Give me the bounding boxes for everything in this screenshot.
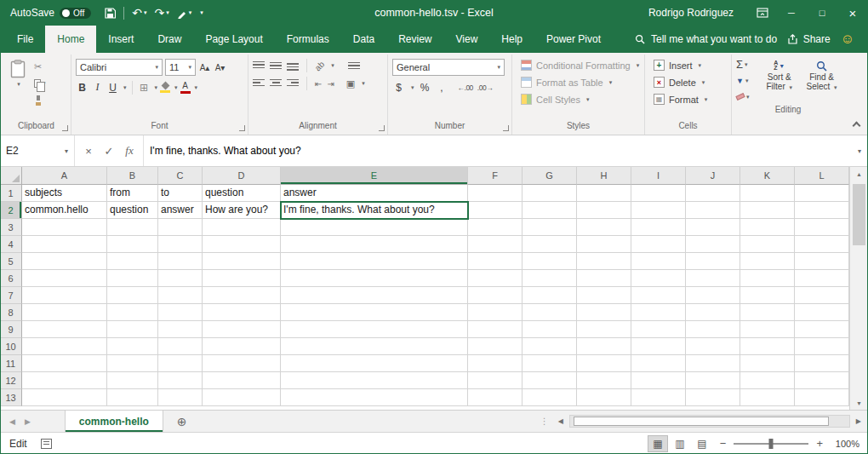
sort-filter-button[interactable]: AZ▼ Sort & Filter ▾ (759, 57, 799, 104)
cell-B12[interactable] (107, 372, 158, 389)
row-header-7[interactable]: 7 (0, 287, 22, 304)
cell-G12[interactable] (523, 372, 577, 389)
cell-F3[interactable] (468, 219, 523, 236)
save-button[interactable] (105, 8, 116, 19)
cell-J10[interactable] (686, 338, 740, 355)
normal-view-button[interactable]: ▦ (648, 435, 668, 452)
cell-E6[interactable] (281, 270, 468, 287)
zoom-in-button[interactable]: + (816, 437, 823, 450)
user-name[interactable]: Rodrigo Rodriguez (648, 7, 734, 19)
sheet-nav-next-button[interactable]: ▶ (25, 417, 31, 426)
cell-J2[interactable] (686, 202, 740, 219)
borders-button[interactable]: ⊞ (138, 80, 151, 95)
accounting-format-button[interactable]: $ (392, 80, 405, 95)
decrease-indent-button[interactable]: ⇤ (315, 79, 322, 89)
cell-L12[interactable] (795, 372, 849, 389)
column-header-H[interactable]: H (577, 167, 631, 185)
row-header-5[interactable]: 5 (0, 253, 22, 270)
enter-button[interactable]: ✓ (99, 145, 119, 158)
column-header-G[interactable]: G (523, 167, 577, 185)
cell-K7[interactable] (740, 287, 795, 304)
cell-F8[interactable] (468, 304, 523, 321)
bold-button[interactable]: B (76, 80, 89, 95)
cell-G2[interactable] (523, 202, 577, 219)
increase-decimal-button[interactable]: ←.00 (458, 83, 473, 92)
cell-L11[interactable] (795, 355, 849, 372)
cell-L5[interactable] (795, 253, 849, 270)
cell-D6[interactable] (203, 270, 281, 287)
cell-J9[interactable] (686, 321, 740, 338)
cell-L4[interactable] (795, 236, 849, 253)
cell-C2[interactable]: answer (158, 202, 203, 219)
tab-splitter-handle[interactable]: ⋮ (540, 417, 549, 426)
cell-G10[interactable] (523, 338, 577, 355)
tell-me-search[interactable]: Tell me what you want to do (635, 26, 777, 53)
column-header-C[interactable]: C (158, 167, 203, 185)
cell-I5[interactable] (631, 253, 686, 270)
cell-I4[interactable] (631, 236, 686, 253)
cell-A1[interactable]: subjects (22, 185, 107, 202)
column-header-B[interactable]: B (107, 167, 158, 185)
cell-B5[interactable] (107, 253, 158, 270)
cell-I10[interactable] (631, 338, 686, 355)
cell-A4[interactable] (22, 236, 107, 253)
cell-B6[interactable] (107, 270, 158, 287)
cell-I13[interactable] (631, 389, 686, 406)
cell-H12[interactable] (577, 372, 631, 389)
tab-file[interactable]: File (5, 26, 45, 53)
cell-K1[interactable] (740, 185, 795, 202)
cell-G4[interactable] (523, 236, 577, 253)
font-name-select[interactable]: Calibri▾ (76, 59, 163, 76)
cell-C10[interactable] (158, 338, 203, 355)
fill-button[interactable]: ▼▾ (734, 73, 757, 88)
cell-I11[interactable] (631, 355, 686, 372)
number-format-select[interactable]: General▾ (392, 59, 505, 76)
cell-D12[interactable] (203, 372, 281, 389)
cell-D8[interactable] (203, 304, 281, 321)
cell-J8[interactable] (686, 304, 740, 321)
cell-C11[interactable] (158, 355, 203, 372)
cell-C12[interactable] (158, 372, 203, 389)
undo-button[interactable]: ↶▾ (132, 7, 146, 19)
orientation-button[interactable]: ab (313, 59, 327, 72)
cell-H3[interactable] (577, 219, 631, 236)
new-sheet-button[interactable]: ⊕ (177, 415, 187, 428)
cell-A11[interactable] (22, 355, 107, 372)
cancel-button[interactable]: × (78, 145, 99, 158)
zoom-slider[interactable] (734, 443, 808, 445)
cell-B13[interactable] (107, 389, 158, 406)
alignment-dialog-launcher[interactable] (379, 125, 385, 131)
cell-L13[interactable] (795, 389, 849, 406)
cell-D10[interactable] (203, 338, 281, 355)
comma-style-button[interactable]: , (436, 80, 448, 95)
cell-F7[interactable] (468, 287, 523, 304)
cell-H5[interactable] (577, 253, 631, 270)
row-header-4[interactable]: 4 (0, 236, 22, 253)
cell-C1[interactable]: to (158, 185, 203, 202)
cell-E2[interactable]: I'm fine, thanks. What about you? (281, 202, 468, 219)
format-as-table-button[interactable]: Format as Table ▾ (517, 74, 640, 90)
column-header-F[interactable]: F (468, 167, 523, 185)
cell-J3[interactable] (686, 219, 740, 236)
cell-A2[interactable]: common.hello (22, 202, 107, 219)
find-select-button[interactable]: Find & Select ▾ (802, 57, 842, 104)
cell-I8[interactable] (631, 304, 686, 321)
sheet-nav-prev-button[interactable]: ◀ (9, 417, 15, 426)
decrease-font-size-button[interactable]: A▾ (214, 60, 226, 75)
cell-G6[interactable] (523, 270, 577, 287)
share-button[interactable]: Share (787, 26, 831, 53)
tab-page-layout[interactable]: Page Layout (193, 26, 274, 53)
cell-F5[interactable] (468, 253, 523, 270)
increase-indent-button[interactable]: ⇥ (327, 79, 334, 89)
cell-H7[interactable] (577, 287, 631, 304)
cell-H9[interactable] (577, 321, 631, 338)
row-header-9[interactable]: 9 (0, 321, 22, 338)
delete-cells-button[interactable]: × Delete ▾ (649, 74, 727, 90)
row-header-3[interactable]: 3 (0, 219, 22, 236)
cell-E10[interactable] (281, 338, 468, 355)
cell-B2[interactable]: question (107, 202, 158, 219)
row-header-1[interactable]: 1 (0, 185, 22, 202)
cell-F12[interactable] (468, 372, 523, 389)
hscroll-left-button[interactable]: ◀ (558, 417, 563, 425)
cell-G11[interactable] (523, 355, 577, 372)
